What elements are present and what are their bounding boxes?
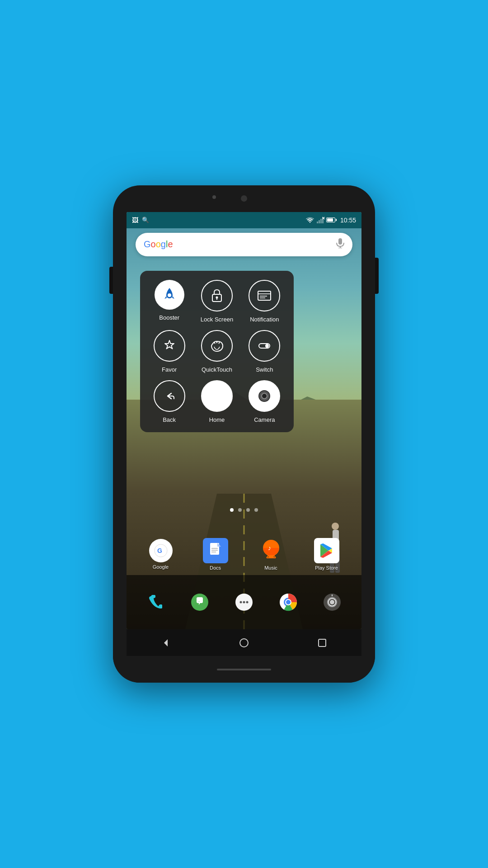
front-camera — [241, 195, 247, 202]
home-label: Home — [209, 416, 225, 423]
dock-messenger[interactable] — [232, 590, 256, 614]
nav-recents-button[interactable] — [313, 634, 331, 652]
search-notification-icon: 🔍 — [142, 217, 149, 223]
app-music[interactable]: ♪ Music — [258, 538, 284, 571]
speaker — [212, 195, 216, 199]
google-app-label: Google — [153, 564, 169, 570]
svg-text:G: G — [157, 547, 162, 554]
dock-hangouts-icon: ,, — [188, 590, 211, 614]
quicktouch-label: QuickTouch — [202, 366, 232, 373]
switch-icon-circle — [249, 330, 280, 362]
lock-screen-label: Lock Screen — [201, 316, 233, 323]
svg-marker-51 — [164, 639, 168, 646]
action-camera[interactable]: Camera — [244, 380, 285, 423]
svg-point-14 — [216, 296, 218, 298]
action-home[interactable]: Home — [197, 380, 237, 423]
dock-hangouts[interactable]: ,, — [188, 590, 211, 614]
phone-bottom — [113, 656, 375, 683]
svg-point-52 — [240, 639, 248, 647]
dock-phone-icon — [144, 590, 168, 614]
notification-icon-circle — [249, 280, 280, 311]
favor-icon-circle — [154, 330, 185, 362]
status-bar: 🖼 🔍 ✕ — [127, 212, 361, 228]
svg-point-48 — [330, 600, 334, 604]
page-dot-2[interactable] — [238, 508, 242, 512]
music-app-label: Music — [264, 565, 277, 571]
quicktouch-icon-circle — [201, 330, 233, 362]
status-time: 10:55 — [340, 217, 356, 224]
search-bar[interactable]: Google — [136, 233, 352, 256]
camera-lens-inner — [261, 393, 267, 399]
phone-device: 🖼 🔍 ✕ — [113, 185, 375, 683]
svg-point-4 — [332, 523, 339, 530]
svg-point-45 — [286, 600, 291, 604]
action-notification[interactable]: Notification — [244, 280, 285, 323]
page-dot-3[interactable] — [246, 508, 250, 512]
svg-line-21 — [219, 342, 220, 344]
svg-text:,,: ,, — [198, 599, 200, 603]
status-right-icons: ✕ 10:55 — [306, 217, 356, 224]
nav-home-button[interactable] — [235, 634, 253, 652]
booster-icon-circle — [155, 280, 184, 310]
camera-lens-outer — [258, 390, 270, 402]
page-dot-1[interactable] — [230, 508, 234, 512]
action-back[interactable]: Back — [149, 380, 189, 423]
back-icon-circle — [154, 380, 185, 412]
playstore-app-icon — [314, 538, 339, 563]
signal-icon: ✕ — [317, 217, 324, 223]
mic-icon[interactable] — [336, 238, 344, 250]
app-row: G Google Docs — [127, 538, 361, 571]
music-app-icon: ♪ — [258, 538, 284, 563]
svg-line-22 — [214, 342, 215, 344]
dock-messenger-icon — [232, 590, 256, 614]
dock-camera-icon — [320, 590, 344, 614]
svg-point-12 — [168, 293, 171, 297]
camera-icon-circle — [249, 380, 280, 412]
wifi-icon — [306, 217, 314, 223]
status-left-icons: 🖼 🔍 — [132, 217, 149, 224]
action-quicktouch[interactable]: QuickTouch — [197, 330, 237, 373]
nav-bar — [127, 629, 361, 656]
quick-actions-panel: Booster Lock Screen — [140, 271, 294, 432]
google-logo: Google — [144, 239, 336, 250]
svg-point-41 — [246, 601, 248, 604]
page-dot-4[interactable] — [254, 508, 258, 512]
switch-label: Switch — [256, 366, 273, 373]
dock: ,, — [127, 575, 361, 629]
docs-app-label: Docs — [210, 565, 221, 571]
svg-point-24 — [265, 344, 269, 348]
action-favor[interactable]: Favor — [149, 330, 189, 373]
app-docs[interactable]: Docs — [203, 538, 228, 571]
booster-label: Booster — [159, 314, 179, 321]
battery-icon — [326, 217, 337, 222]
home-indicator — [217, 669, 271, 670]
camera-label: Camera — [254, 416, 275, 423]
svg-rect-8 — [338, 238, 342, 245]
svg-text:♪: ♪ — [268, 544, 271, 552]
app-google[interactable]: G Google — [149, 539, 173, 570]
playstore-app-label: Play Store — [315, 565, 338, 571]
phone-top — [113, 185, 375, 212]
image-notification-icon: 🖼 — [132, 217, 138, 224]
svg-rect-53 — [319, 639, 326, 646]
google-app-icon: G — [149, 539, 173, 562]
dock-chrome-icon — [277, 590, 300, 614]
lock-screen-icon-circle — [201, 280, 233, 311]
svg-point-40 — [243, 601, 245, 604]
dock-chrome[interactable] — [277, 590, 300, 614]
action-booster[interactable]: Booster — [149, 280, 189, 323]
back-label: Back — [163, 416, 176, 423]
dock-camera[interactable] — [320, 590, 344, 614]
phone-screen: 🖼 🔍 ✕ — [127, 212, 361, 629]
svg-rect-16 — [258, 291, 271, 300]
nav-back-button[interactable] — [157, 634, 175, 652]
notification-label: Notification — [250, 316, 279, 323]
favor-label: Favor — [162, 366, 177, 373]
action-switch[interactable]: Switch — [244, 330, 285, 373]
app-playstore[interactable]: Play Store — [314, 538, 339, 571]
svg-point-39 — [239, 601, 242, 604]
home-icon-circle — [201, 380, 233, 412]
action-lock-screen[interactable]: Lock Screen — [197, 280, 237, 323]
dock-phone[interactable] — [144, 590, 168, 614]
page-dots — [127, 508, 361, 512]
